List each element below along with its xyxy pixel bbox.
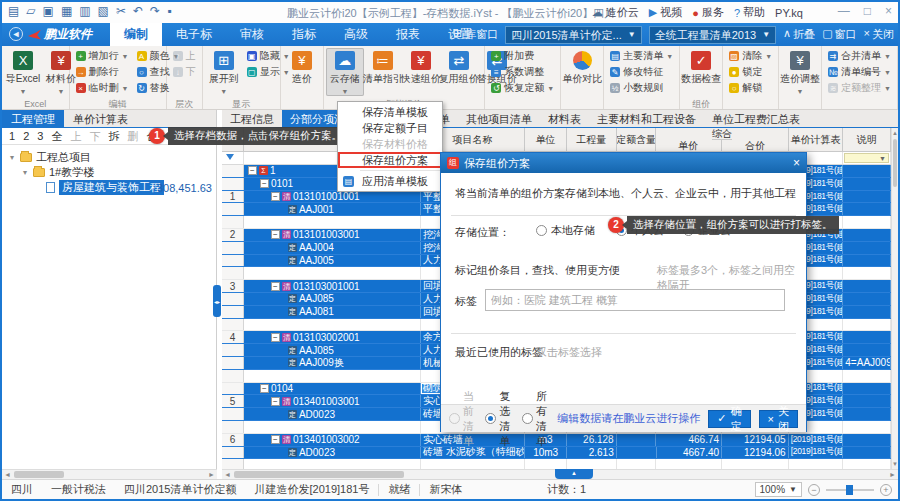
column-header-calc[interactable]: 单价计算表 <box>789 128 844 151</box>
note-cell[interactable] <box>843 434 891 446</box>
column-header-qty[interactable]: 工程量 <box>567 128 617 151</box>
open-file-icon[interactable]: ▱ <box>26 4 35 18</box>
ribbon-button-清单编号[interactable]: №清单编号▼ <box>824 64 895 80</box>
code-cell[interactable]: −0104 <box>244 383 421 395</box>
code-cell[interactable]: 定AD0023 <box>244 408 421 420</box>
radio-本地存储[interactable]: 本地存储 <box>536 223 595 238</box>
table-row[interactable] <box>222 459 891 469</box>
note-cell[interactable] <box>843 216 891 228</box>
filter-cell[interactable]: ▼ <box>843 152 891 164</box>
expand-icon[interactable]: − <box>271 230 280 239</box>
code-cell[interactable]: −清013103002001 <box>244 331 421 343</box>
left-tab-单价计算表[interactable]: 单价计算表 <box>64 110 137 127</box>
qty-cell[interactable]: 2.613 <box>567 447 617 459</box>
note-cell[interactable] <box>843 280 891 292</box>
menu-item-保存组价方案[interactable]: 保存组价方案 <box>338 152 442 168</box>
tool-关闭[interactable]: ×关闭 <box>864 27 894 42</box>
zoom-in-icon[interactable]: + <box>880 484 892 496</box>
name-cell[interactable] <box>421 459 525 469</box>
filter-cell[interactable] <box>222 152 244 164</box>
ribbon-button-合并清单[interactable]: ⇉合并清单▼ <box>824 48 895 64</box>
quota-dropdown-0[interactable]: 四川2015清单计价定...▼ <box>505 26 642 44</box>
paste-icon[interactable]: ▧ <box>98 4 109 18</box>
table-hscroll-thumb[interactable] <box>234 471 404 478</box>
column-header-note[interactable]: 说明 <box>843 128 891 151</box>
note-cell[interactable] <box>843 447 891 459</box>
tree-caret-icon[interactable]: ▾ <box>21 168 29 177</box>
code-cell[interactable] <box>244 216 421 228</box>
redo-icon[interactable]: ↷ <box>150 4 160 18</box>
expand-icon[interactable]: − <box>271 435 280 444</box>
hj-cell[interactable]: 12194.05 <box>722 434 789 446</box>
note-cell[interactable] <box>843 178 891 190</box>
new-file-icon[interactable]: ▤ <box>8 4 19 18</box>
quota-dropdown-1[interactable]: 全统工程量清单2013▼ <box>649 26 776 44</box>
code-cell[interactable] <box>244 319 421 331</box>
tree-tool-上[interactable]: 上 <box>70 129 81 144</box>
ribbon-button-修改特征[interactable]: ✎修改特征 <box>606 64 677 80</box>
ribbon-tab-报表[interactable]: 报表 <box>382 23 434 46</box>
zoom-level-dropdown[interactable]: 100%▼ <box>755 482 803 497</box>
filter-dropdown[interactable]: ▼ <box>844 153 889 163</box>
save-as-icon[interactable]: ▦ <box>61 4 72 18</box>
dialog-close-icon[interactable]: × <box>793 156 800 170</box>
filter-funnel-icon[interactable] <box>226 154 234 160</box>
note-cell[interactable] <box>843 331 891 343</box>
tree-item-1#教学楼[interactable]: ▾1#教学楼 <box>2 165 216 180</box>
hj-cell[interactable]: 12194.06 <box>722 447 789 459</box>
code-cell[interactable]: 定AAJ085 <box>244 293 421 305</box>
column-header-hj[interactable]: 合价 <box>722 140 789 151</box>
dj-cell[interactable]: 4667.40 <box>657 447 723 459</box>
scroll-down-icon[interactable]: ▼ <box>892 461 898 467</box>
cost-cloud-link[interactable]: ☁造价云 <box>592 5 639 20</box>
minimize-button[interactable]: — <box>838 4 850 18</box>
radio-所有清单[interactable]: 所有清单 <box>522 389 549 449</box>
tree-tool-删[interactable]: 删 <box>127 129 138 144</box>
ribbon-button-恢复定额[interactable]: ↺恢复定额▼ <box>487 80 558 96</box>
radio-icon[interactable] <box>485 413 496 424</box>
tool-折叠[interactable]: ∧折叠 <box>783 27 815 42</box>
quota-cell[interactable] <box>617 434 657 446</box>
ribbon-button-清单指引[interactable]: ≔清单指引 <box>364 48 402 96</box>
left-tab-工程管理[interactable]: 工程管理 <box>2 110 64 127</box>
save-icon[interactable]: ▣ <box>43 4 54 18</box>
copy-icon[interactable]: ▥ <box>79 4 90 18</box>
note-cell[interactable] <box>843 267 891 279</box>
scroll-left-icon[interactable]: ◄ <box>4 471 11 478</box>
qty-cell[interactable]: 26.128 <box>567 434 617 446</box>
note-cell[interactable] <box>843 408 891 420</box>
calc-cell[interactable]: [2019]181号(建筑) <box>789 434 844 446</box>
tag-input[interactable] <box>485 289 785 311</box>
unit-cell[interactable] <box>525 459 567 469</box>
ribbon-button-删除行[interactable]: →删除行 <box>72 64 133 80</box>
note-cell[interactable] <box>843 306 891 318</box>
column-header-unit[interactable]: 单位 <box>525 128 567 151</box>
tree-tool-2[interactable]: 2 <box>23 130 29 142</box>
ribbon-button-数据检查[interactable]: ✓数据检查 <box>682 48 720 96</box>
code-cell[interactable] <box>244 370 421 382</box>
note-cell[interactable] <box>843 242 891 254</box>
ribbon-tab-指标[interactable]: 指标 <box>278 23 330 46</box>
close-button[interactable]: × 关闭 <box>759 410 798 428</box>
expand-icon[interactable]: − <box>260 384 269 393</box>
column-header-quota[interactable]: 定额含量 <box>617 128 657 151</box>
note-cell[interactable] <box>843 165 891 177</box>
ribbon-tab-审核[interactable]: 审核 <box>226 23 278 46</box>
expand-icon[interactable]: − <box>271 333 280 342</box>
code-cell[interactable]: −清013401003001 <box>244 395 421 407</box>
ribbon-button-小数规则[interactable]: ½小数规则 <box>606 80 677 96</box>
maximize-button[interactable]: □ <box>864 4 871 18</box>
ribbon-button-主要清单[interactable]: ▤主要清单▼ <box>606 48 677 64</box>
expand-icon[interactable]: − <box>260 179 269 188</box>
dj-cell[interactable] <box>656 459 722 469</box>
note-cell[interactable] <box>843 229 891 241</box>
more-icon[interactable]: ▪ <box>167 4 171 18</box>
code-cell[interactable]: 定AAJ085 <box>244 344 421 356</box>
library-window-button[interactable]: ⊞库窗口 <box>453 27 498 42</box>
radio-icon[interactable] <box>536 225 547 236</box>
expand-icon[interactable]: − <box>248 166 257 175</box>
cloud-edit-link[interactable]: 编辑数据请在鹏业云进行操作 <box>557 411 700 426</box>
zoom-slider[interactable] <box>826 489 874 491</box>
calc-cell[interactable] <box>789 459 844 469</box>
vertical-scroll-thumb[interactable] <box>893 139 897 187</box>
